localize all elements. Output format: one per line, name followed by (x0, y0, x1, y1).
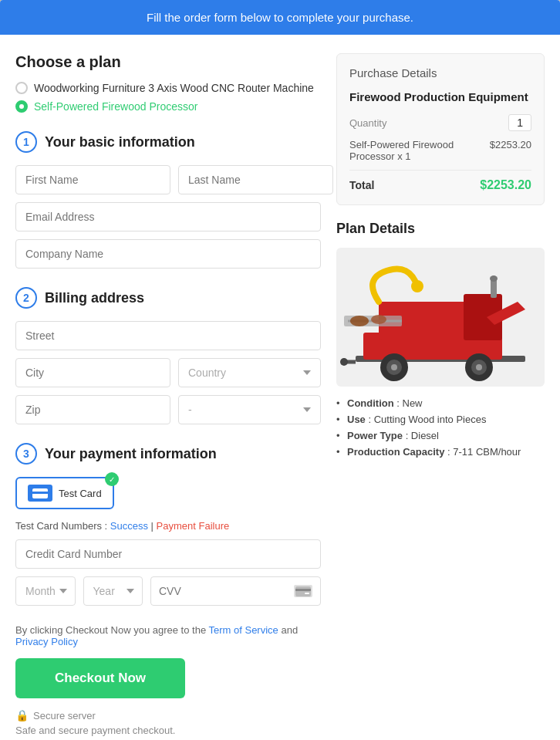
zip-input[interactable] (15, 395, 170, 424)
payment-section: 3 Your payment information Test Card ✓ T… (15, 443, 321, 606)
secure-info: 🔒 Secure server (15, 709, 321, 721)
step3-circle: 3 (15, 443, 37, 465)
svg-point-21 (340, 358, 348, 366)
credit-card-input[interactable] (15, 539, 321, 569)
plan-option-2[interactable]: Self-Powered Firewood Processor (15, 100, 321, 113)
test-card-button[interactable]: Test Card ✓ (15, 477, 114, 509)
plan-section: Choose a plan Woodworking Furniture 3 Ax… (15, 53, 321, 113)
left-column: Choose a plan Woodworking Furniture 3 Ax… (15, 53, 321, 736)
cvv-card-icon (294, 585, 312, 597)
cvv-field (150, 576, 321, 606)
svg-point-13 (411, 280, 423, 292)
city-country-row: Country (15, 358, 321, 387)
plan-title: Choose a plan (15, 53, 321, 71)
test-card-label: Test Card (59, 488, 102, 499)
plan-label-2: Self-Powered Firewood Processor (34, 100, 197, 113)
step2-header: 2 Billing address (15, 287, 321, 309)
step1-header: 1 Your basic information (15, 131, 321, 153)
top-banner: Fill the order form below to complete yo… (0, 0, 560, 35)
svg-rect-2 (305, 593, 309, 594)
plan-radio-2[interactable] (15, 100, 28, 113)
quantity-row: Quantity 1 (349, 114, 531, 131)
step3-label: Your payment information (45, 446, 217, 462)
svg-point-8 (490, 275, 498, 282)
zip-state-row: - (15, 395, 321, 424)
machine-image (336, 248, 545, 387)
plan-details: Plan Details (336, 221, 545, 458)
product-name: Firewood Production Equipment (349, 90, 531, 103)
billing-section: 2 Billing address Country - (15, 287, 321, 424)
right-column: Purchase Details Firewood Production Equ… (336, 53, 545, 736)
product-line: Self-Powered Firewood Processor x 1 $225… (349, 139, 531, 171)
terms-middle: and (281, 624, 298, 636)
total-row: Total $2253.20 (349, 178, 531, 192)
name-row (15, 165, 321, 194)
terms-text: By clicking Checkout Now you agree to th… (15, 624, 321, 647)
card-icon (28, 485, 52, 502)
plan-radio-1[interactable] (15, 82, 28, 94)
month-select[interactable]: Month 010203 040506 070809 101112 (15, 576, 76, 606)
year-select[interactable]: Year 202420252026 202720282029 (83, 576, 143, 606)
email-row (15, 202, 321, 231)
svg-point-19 (476, 364, 482, 370)
company-input[interactable] (15, 239, 321, 269)
basic-info-section: 1 Your basic information (15, 131, 321, 269)
street-input[interactable] (15, 321, 321, 350)
lock-icon: 🔒 (15, 709, 29, 721)
plan-option-1[interactable]: Woodworking Furniture 3 Axis Wood CNC Ro… (15, 82, 321, 94)
company-row (15, 239, 321, 269)
product-line-price: $2253.20 (490, 139, 531, 162)
plan-details-title: Plan Details (336, 221, 545, 237)
privacy-link[interactable]: Privacy Policy (15, 636, 78, 647)
purchase-details-title: Purchase Details (349, 66, 531, 79)
pipe: | (151, 520, 153, 532)
safe-text: Safe and secure payment checkout. (15, 725, 321, 736)
machine-svg (336, 248, 545, 387)
plan-bullets: Condition : New Use : Cutting Wood into … (336, 397, 545, 458)
purchase-details-box: Purchase Details Firewood Production Equ… (336, 53, 545, 205)
check-badge: ✓ (105, 472, 119, 486)
svg-point-11 (350, 316, 369, 326)
bullet-power: Power Type : Diesel (336, 430, 545, 441)
state-select[interactable]: - (178, 395, 321, 424)
card-icon-inner (32, 488, 48, 498)
total-label: Total (349, 179, 374, 191)
product-line-label: Self-Powered Firewood Processor x 1 (349, 139, 490, 162)
bullet-capacity: Production Capacity : 7-11 CBM/hour (336, 446, 545, 458)
card-icon-strip (32, 492, 48, 494)
cvv-input[interactable] (159, 577, 294, 605)
failure-link[interactable]: Payment Failure (157, 520, 230, 532)
credit-card-row (15, 539, 321, 569)
page-wrapper: Fill the order form below to complete yo… (0, 0, 560, 740)
quantity-value: 1 (508, 114, 531, 131)
main-content: Choose a plan Woodworking Furniture 3 Ax… (0, 35, 560, 740)
quantity-label: Quantity (349, 117, 386, 129)
banner-text: Fill the order form below to complete yo… (147, 11, 413, 24)
month-year-cvv-row: Month 010203 040506 070809 101112 Year 2… (15, 576, 321, 606)
plan-label-1: Woodworking Furniture 3 Axis Wood CNC Ro… (34, 82, 314, 94)
step3-header: 3 Your payment information (15, 443, 321, 465)
test-numbers-prefix: Test Card Numbers : (15, 520, 107, 532)
success-link[interactable]: Success (110, 520, 148, 532)
step2-label: Billing address (45, 290, 144, 306)
first-name-input[interactable] (15, 165, 170, 194)
bullet-condition: Condition : New (336, 397, 545, 409)
street-row (15, 321, 321, 350)
city-input[interactable] (15, 358, 170, 387)
checkout-button[interactable]: Checkout Now (15, 658, 185, 698)
country-select[interactable]: Country (178, 358, 321, 387)
secure-server-text: Secure server (33, 710, 96, 721)
plan-options: Woodworking Furniture 3 Axis Wood CNC Ro… (15, 82, 321, 113)
svg-point-16 (391, 364, 397, 370)
svg-rect-1 (295, 589, 311, 591)
svg-rect-0 (295, 586, 311, 596)
last-name-input[interactable] (178, 165, 333, 194)
total-amount: $2253.20 (480, 178, 531, 192)
step1-circle: 1 (15, 131, 37, 153)
email-input[interactable] (15, 202, 321, 231)
step2-circle: 2 (15, 287, 37, 309)
bullet-use: Use : Cutting Wood into Pieces (336, 414, 545, 425)
tos-link[interactable]: Term of Service (209, 624, 278, 636)
test-card-numbers: Test Card Numbers : Success | Payment Fa… (15, 520, 321, 532)
svg-point-12 (371, 315, 386, 324)
